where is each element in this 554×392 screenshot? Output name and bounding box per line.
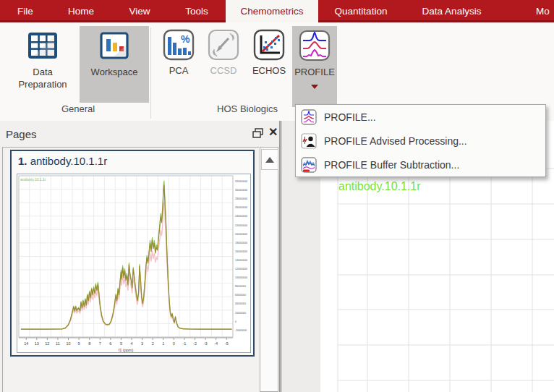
svg-text:2: 2: [152, 341, 154, 346]
workspace-icon: [98, 29, 131, 62]
svg-text:-1: -1: [182, 341, 186, 346]
profile-dropdown-arrow-icon[interactable]: [311, 85, 318, 89]
menu-item-profile-advised-processing[interactable]: PROFILE Advised Processing...: [296, 129, 545, 153]
pca-button[interactable]: % PCA: [158, 26, 200, 103]
svg-text:0: 0: [235, 320, 236, 323]
svg-text:-5: -5: [225, 341, 229, 346]
tab-mo[interactable]: Mo: [500, 0, 554, 22]
group-label-general: General: [7, 103, 149, 114]
spectrum-thumbnail: 14131211109876543210-1-2-3-4-5f1 (ppm)32…: [17, 174, 251, 353]
profile-icon: [298, 29, 331, 62]
ccsd-label: CCSD: [210, 64, 237, 77]
pages-panel-title: Pages: [6, 128, 37, 140]
float-panel-icon[interactable]: [252, 128, 263, 138]
svg-text:-4: -4: [214, 341, 218, 346]
svg-text:12: 12: [45, 341, 49, 346]
tab-home[interactable]: Home: [51, 0, 111, 22]
profile-menu-icon: [301, 109, 317, 125]
menu-bar: File Home View Tools Chemometrics Quanti…: [0, 0, 554, 22]
ccsd-icon: [208, 29, 239, 61]
page-number: 1.: [18, 155, 27, 167]
menu-item-profile-buffer-subtraction[interactable]: PROFILE Buffer Subtraction...: [296, 153, 545, 176]
svg-text:6: 6: [109, 341, 111, 346]
svg-text:240000000: 240000000: [235, 215, 247, 218]
svg-text:180000000: 180000000: [235, 242, 247, 244]
svg-text:4: 4: [130, 341, 132, 346]
svg-text:antibody.10.1.1r: antibody.10.1.1r: [20, 177, 46, 182]
pages-scrollbar[interactable]: [260, 147, 278, 392]
pca-label: PCA: [169, 64, 189, 77]
tab-chemometrics[interactable]: Chemometrics: [226, 0, 318, 22]
svg-text:160000000: 160000000: [235, 250, 247, 253]
svg-text:-3: -3: [204, 341, 208, 346]
tab-tools[interactable]: Tools: [168, 0, 226, 22]
svg-text:14: 14: [24, 341, 28, 346]
svg-text:60000000: 60000000: [235, 294, 246, 297]
svg-text:-20000000: -20000000: [235, 329, 247, 332]
menu-item-profile-buffer-subtraction-label: PROFILE Buffer Subtraction...: [324, 159, 459, 171]
menu-item-profile[interactable]: PROFILE...: [296, 105, 545, 129]
svg-text:13: 13: [35, 341, 39, 346]
echos-icon: [253, 29, 285, 61]
svg-text:%: %: [181, 33, 190, 45]
svg-text:5: 5: [120, 341, 122, 346]
profile-dropdown-menu: PROFILE... PROFILE Advised Processing...: [295, 104, 546, 177]
menu-item-profile-advised-processing-label: PROFILE Advised Processing...: [324, 135, 467, 147]
tab-data-analysis[interactable]: Data Analysis: [404, 0, 500, 22]
svg-text:300000000: 300000000: [235, 189, 247, 192]
svg-text:100000000: 100000000: [235, 276, 247, 279]
tab-quantitation[interactable]: Quantitation: [318, 0, 404, 22]
echos-button[interactable]: ECHOS: [247, 26, 291, 103]
svg-text:80000000: 80000000: [235, 285, 246, 288]
svg-text:11: 11: [56, 341, 60, 346]
svg-text:40000000: 40000000: [235, 302, 246, 305]
pca-icon: %: [163, 29, 195, 61]
workspace-label: Workspace: [91, 66, 138, 78]
svg-text:280000000: 280000000: [235, 197, 247, 200]
svg-text:140000000: 140000000: [235, 259, 247, 262]
svg-text:7: 7: [99, 341, 101, 346]
svg-text:20000000: 20000000: [235, 312, 246, 315]
tab-view[interactable]: View: [111, 0, 168, 22]
scroll-up-button[interactable]: [261, 149, 278, 170]
svg-text:8: 8: [88, 341, 90, 346]
application-window: File Home View Tools Chemometrics Quanti…: [0, 0, 554, 392]
spectrum-thumbnail-svg: 14131211109876543210-1-2-3-4-5f1 (ppm)32…: [17, 174, 250, 352]
svg-text:320000000: 320000000: [235, 180, 247, 183]
buffer-subtraction-icon: [301, 157, 317, 173]
tab-file[interactable]: File: [0, 0, 51, 22]
echos-label: ECHOS: [252, 64, 286, 77]
ccsd-button: CCSD: [203, 26, 244, 103]
up-arrow-icon: [265, 157, 274, 163]
profile-button[interactable]: PROFILE: [292, 26, 337, 107]
svg-text:0: 0: [173, 341, 175, 346]
page-list-item[interactable]: 1. antibody.10.1.1r 14131211109876543210…: [10, 150, 255, 357]
page-item-title: 1. antibody.10.1.1r: [18, 155, 107, 167]
profile-label: PROFILE: [294, 66, 335, 78]
data-preparation-icon: [26, 29, 59, 62]
svg-text:-2: -2: [193, 341, 197, 346]
svg-text:10: 10: [66, 341, 70, 346]
group-separator: [150, 27, 151, 119]
page-name: antibody.10.1.1r: [30, 155, 107, 167]
svg-text:120000000: 120000000: [235, 268, 247, 270]
canvas-spectrum-label: antibody.10.1.1r: [338, 180, 421, 193]
data-preparation-button[interactable]: Data Preparation: [7, 26, 78, 103]
data-preparation-label: Data Preparation: [7, 66, 78, 90]
workspace-button[interactable]: Workspace: [80, 26, 149, 103]
advised-processing-icon: [301, 133, 317, 149]
close-panel-icon[interactable]: ✕: [268, 125, 278, 139]
svg-text:3: 3: [141, 341, 143, 346]
svg-text:9: 9: [78, 341, 80, 346]
svg-text:220000000: 220000000: [235, 224, 247, 227]
pages-panel: Pages ✕ 1. antibody.10.1.1r 141312111098…: [0, 121, 282, 392]
svg-text:200000000: 200000000: [235, 233, 247, 236]
svg-text:f1 (ppm): f1 (ppm): [119, 348, 134, 352]
svg-text:260000000: 260000000: [235, 206, 247, 209]
menu-item-profile-label: PROFILE...: [324, 111, 376, 123]
svg-text:1: 1: [162, 341, 164, 346]
